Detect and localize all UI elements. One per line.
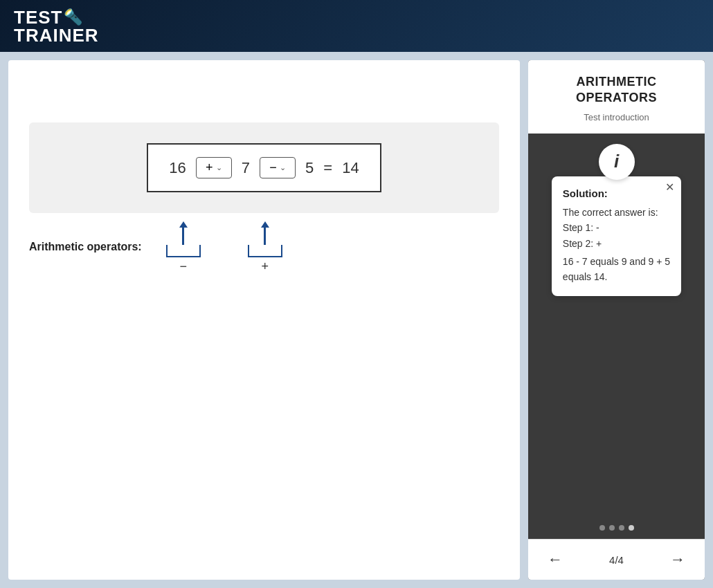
bracket-2: [248, 245, 282, 257]
content-area: 16 + ⌄ 7 − ⌄ 5 = 14 Arithmetic operators…: [8, 60, 520, 580]
solution-line1: The correct answer is:: [563, 205, 670, 220]
solution-line4: 16 - 7 equals 9 and 9 + 5equals 14.: [563, 254, 670, 285]
solution-title: Solution:: [563, 187, 670, 199]
logo-test: TEST 🔦: [14, 8, 99, 26]
info-section: i ✕ Solution: The correct answer is: Ste…: [528, 134, 705, 296]
solution-line3: Step 2: +: [563, 236, 670, 251]
question-box: 16 + ⌄ 7 − ⌄ 5 = 14: [29, 122, 499, 213]
equation-container: 16 + ⌄ 7 − ⌄ 5 = 14: [147, 143, 381, 192]
eq-result: 14: [342, 159, 359, 177]
arrows-container: − +: [156, 221, 282, 274]
operator-dropdown-2[interactable]: − ⌄: [260, 157, 296, 178]
pagination-dots: [528, 517, 705, 539]
annotation-section: Arithmetic operators: −: [29, 221, 499, 274]
annotation-label-1: −: [179, 259, 187, 274]
arrow-tip-1: [179, 221, 188, 228]
arrow-column-2: [261, 221, 269, 245]
header: TEST 🔦 TRAINER: [0, 0, 713, 52]
arrow-group-1: −: [166, 221, 201, 274]
operator-2-value: −: [269, 160, 277, 175]
solution-line2: Step 1: -: [563, 220, 670, 235]
arrow-body-1: [182, 228, 184, 245]
arrow-group-2: +: [248, 221, 282, 274]
operator-1-value: +: [206, 160, 213, 175]
solution-text: The correct answer is: Step 1: - Step 2:…: [563, 205, 670, 285]
next-button[interactable]: →: [665, 548, 691, 571]
chevron-down-icon-1: ⌄: [216, 163, 222, 172]
eq-number-3: 5: [305, 159, 314, 177]
prev-button[interactable]: ←: [542, 548, 568, 571]
arrows-row: − +: [166, 221, 282, 274]
bracket-1: [166, 245, 201, 257]
eq-number-1: 16: [169, 159, 186, 177]
logo-flame-icon: 🔦: [64, 10, 83, 25]
main-container: 16 + ⌄ 7 − ⌄ 5 = 14 Arithmetic operators…: [0, 52, 713, 588]
dot-2: [609, 525, 615, 531]
dot-4: [629, 525, 634, 531]
arrow-tip-2: [261, 221, 269, 228]
page-indicator: 4/4: [609, 554, 624, 566]
logo-trainer: TRAINER: [14, 26, 99, 44]
eq-number-2: 7: [242, 159, 250, 177]
close-button[interactable]: ✕: [665, 182, 674, 193]
eq-equals: =: [323, 159, 332, 177]
dot-3: [619, 525, 624, 531]
dot-1: [599, 525, 605, 531]
info-icon: i: [599, 144, 635, 180]
sidebar-header: ARITHMETICOPERATORS Test introduction: [528, 60, 705, 134]
arrow-column-1: [179, 221, 188, 245]
bottom-nav: ← 4/4 →: [528, 539, 705, 580]
sidebar-subtitle: Test introduction: [539, 112, 694, 122]
logo: TEST 🔦 TRAINER: [14, 8, 99, 44]
annotation-label-2: +: [261, 259, 269, 274]
operator-dropdown-1[interactable]: + ⌄: [196, 157, 232, 178]
sidebar-title: ARITHMETICOPERATORS: [539, 74, 694, 107]
arrow-body-2: [264, 228, 266, 245]
chevron-down-icon-2: ⌄: [280, 163, 286, 172]
sidebar: ARITHMETICOPERATORS Test introduction i …: [528, 60, 705, 580]
solution-popup: ✕ Solution: The correct answer is: Step …: [552, 176, 681, 296]
arithmetic-label: Arithmetic operators:: [29, 241, 142, 253]
